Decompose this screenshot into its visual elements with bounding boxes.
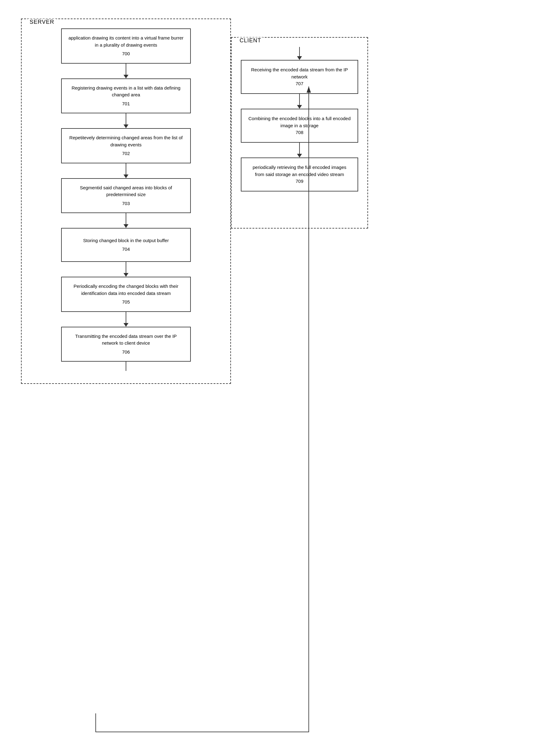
arrow-703-704 — [123, 213, 128, 228]
box-704-num: 704 — [122, 246, 130, 253]
box-707: Receiving the encoded data stream from t… — [241, 60, 358, 94]
client-section: CLIENT Receiving the encoded data stream… — [231, 37, 368, 228]
arrow-706-out — [126, 361, 126, 371]
arrow-line — [126, 262, 126, 273]
arrow-line — [299, 94, 300, 105]
box-703: Segmentid said changed areas into blocks… — [61, 178, 191, 213]
box-709-text: periodically retrieving the full encoded… — [248, 164, 352, 178]
box-705-num: 705 — [122, 299, 130, 306]
arrow-in-707 — [297, 47, 302, 60]
arrow-700-701 — [123, 64, 128, 79]
box-709-num: 709 — [295, 178, 303, 185]
arrow-head — [123, 224, 128, 228]
box-703-num: 703 — [122, 200, 130, 207]
box-706-num: 706 — [122, 349, 130, 356]
arrow-707-708 — [297, 94, 302, 109]
server-label: SERVER — [28, 19, 56, 25]
top-connector — [231, 18, 447, 37]
box-706: Transmitting the encoded data stream ove… — [61, 327, 191, 362]
diagram-layout: SERVER application drawing its content i… — [21, 12, 515, 384]
arrow-line — [126, 163, 126, 175]
box-708: Combining the encoded blocks into a full… — [241, 109, 358, 143]
box-700: application drawing its content into a v… — [61, 28, 191, 64]
arrow-702-703 — [123, 163, 128, 178]
arrow-line — [126, 113, 126, 124]
box-709: periodically retrieving the full encoded… — [241, 157, 358, 191]
arrow-head — [123, 273, 128, 277]
server-section: SERVER application drawing its content i… — [21, 18, 231, 384]
arrow-704-705 — [123, 262, 128, 277]
box-702: Repetitevely determining changed areas f… — [61, 128, 191, 163]
client-label: CLIENT — [238, 37, 263, 44]
box-703-text: Segmentid said changed areas into blocks… — [68, 184, 184, 198]
arrow-705-706 — [123, 312, 128, 327]
box-700-text: application drawing its content into a v… — [68, 35, 184, 49]
arrow-head — [297, 105, 302, 109]
arrow-line — [126, 213, 126, 224]
box-708-text: Combining the encoded blocks into a full… — [248, 115, 352, 129]
arrow-708-709 — [297, 143, 302, 157]
arrow-line — [126, 312, 126, 323]
arrow-head — [123, 323, 128, 327]
box-701: Registering drawing events in a list wit… — [61, 79, 191, 114]
box-700-num: 700 — [122, 50, 130, 57]
arrow-line — [299, 143, 300, 154]
box-708-num: 708 — [295, 129, 303, 136]
arrow-head — [123, 175, 128, 178]
box-702-num: 702 — [122, 150, 130, 157]
arrow-head — [123, 124, 128, 128]
arrow-head — [297, 56, 302, 60]
arrow-head — [297, 154, 302, 157]
arrow-head — [123, 75, 128, 79]
box-707-num: 707 — [295, 80, 303, 87]
client-column: CLIENT Receiving the encoded data stream… — [231, 18, 447, 384]
box-705-text: Periodically encoding the changed blocks… — [68, 283, 184, 297]
box-705: Periodically encoding the changed blocks… — [61, 277, 191, 312]
box-701-text: Registering drawing events in a list wit… — [68, 85, 184, 98]
box-707-text: Receiving the encoded data stream from t… — [248, 66, 352, 80]
box-706-text: Transmitting the encoded data stream ove… — [68, 333, 184, 347]
arrow-line — [126, 64, 126, 75]
box-704: Storing changed block in the output buff… — [61, 228, 191, 262]
arrow-line — [299, 47, 300, 56]
box-702-text: Repetitevely determining changed areas f… — [68, 134, 184, 148]
arrow-line — [126, 361, 126, 371]
box-704-text: Storing changed block in the output buff… — [83, 237, 169, 244]
box-701-num: 701 — [122, 100, 130, 108]
arrow-701-702 — [123, 113, 128, 128]
